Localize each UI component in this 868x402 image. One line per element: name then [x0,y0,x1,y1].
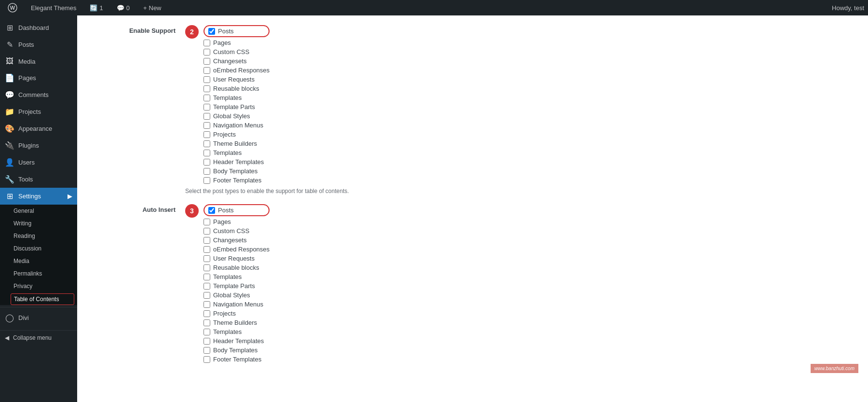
checkbox-userrequests-1-label: User Requests [213,76,255,83]
checkbox-reusable-1[interactable]: Reusable blocks [203,85,270,92]
sidebar-item-comments[interactable]: 💬 Comments [0,86,77,103]
checkbox-bodytemplates-1[interactable]: Body Templates [203,167,270,175]
checkbox-projects-2[interactable]: Projects [203,310,270,317]
checkbox-customcss-1-input[interactable] [203,49,210,55]
checkbox-templateparts-2[interactable]: Template Parts [203,282,270,290]
checkbox-userrequests-1[interactable]: User Requests [203,76,270,83]
checkbox-templateparts-1[interactable]: Template Parts [203,103,270,111]
checkbox-reusable-2-input[interactable] [203,264,210,271]
checkbox-pages-1-input[interactable] [203,40,210,46]
checkbox-reusable-1-input[interactable] [203,85,210,92]
checkbox-navmenus-2[interactable]: Navigation Menus [203,301,270,308]
checkbox-projects-1[interactable]: Projects [203,131,270,138]
checkbox-templates1a-1[interactable]: Templates [203,94,270,101]
checkbox-oembed-2[interactable]: oEmbed Responses [203,246,270,253]
checkbox-footertemplates-1[interactable]: Footer Templates [203,177,270,184]
checkbox-userrequests-1-input[interactable] [203,76,210,83]
checkbox-changesets-1[interactable]: Changesets [203,57,270,65]
checkbox-pages-2-input[interactable] [203,219,210,225]
checkbox-changesets-1-input[interactable] [203,58,210,65]
checkbox-userrequests-2[interactable]: User Requests [203,255,270,262]
sidebar-item-divi[interactable]: ◯ Divi [0,309,77,326]
checkbox-headertemplates-1-input[interactable] [203,159,210,166]
checkbox-themebuilders-2-input[interactable] [203,319,210,326]
checkbox-navmenus-1-input[interactable] [203,122,210,129]
submenu-general[interactable]: General [0,205,77,217]
checkbox-bodytemplates-1-input[interactable] [203,168,210,175]
checkbox-templates2a-2-input[interactable] [203,274,210,280]
checkbox-reusable-2[interactable]: Reusable blocks [203,264,270,271]
new-content[interactable]: + New [139,0,165,15]
sidebar-item-plugins[interactable]: 🔌 Plugins [0,137,77,154]
checkbox-posts-2-input[interactable] [208,207,215,214]
sidebar-item-settings[interactable]: ⊞ Settings ▶ [0,188,77,205]
sidebar-item-tools[interactable]: 🔧 Tools [0,171,77,188]
checkbox-navmenus-1[interactable]: Navigation Menus [203,122,270,129]
checkbox-headertemplates-1[interactable]: Header Templates [203,158,270,166]
checkbox-footertemplates-2[interactable]: Footer Templates [203,356,270,363]
checkbox-themebuilders-1[interactable]: Theme Builders [203,140,270,147]
checkbox-templates1b-1-input[interactable] [203,150,210,156]
checkbox-projects-2-label: Projects [213,310,236,317]
checkbox-customcss-2-input[interactable] [203,228,210,235]
checkbox-templates2b-2[interactable]: Templates [203,328,270,335]
checkbox-footertemplates-2-input[interactable] [203,356,210,363]
checkbox-globalstyles-1-label: Global Styles [213,112,250,120]
checkbox-posts-1-input[interactable] [208,28,215,35]
checkbox-globalstyles-1[interactable]: Global Styles [203,112,270,120]
checkbox-bodytemplates-2-input[interactable] [203,347,210,354]
submenu-reading[interactable]: Reading [0,230,77,242]
collapse-menu[interactable]: ◀ Collapse menu [0,330,77,345]
sidebar-item-media[interactable]: 🖼 Media [0,53,77,69]
checkbox-headertemplates-2-input[interactable] [203,338,210,345]
site-name[interactable]: Elegant Themes [27,0,80,15]
checkbox-customcss-2[interactable]: Custom CSS [203,227,270,235]
checkbox-templates2b-2-input[interactable] [203,329,210,335]
checkbox-globalstyles-2[interactable]: Global Styles [203,291,270,299]
submenu-privacy[interactable]: Privacy [0,280,77,292]
checkbox-projects-2-input[interactable] [203,310,210,317]
checkbox-templateparts-1-input[interactable] [203,104,210,111]
checkbox-pages-1[interactable]: Pages [203,39,270,46]
checkbox-headertemplates-2[interactable]: Header Templates [203,337,270,345]
checkbox-themebuilders-1-input[interactable] [203,140,210,147]
checkbox-userrequests-2-input[interactable] [203,255,210,262]
checkbox-oembed-1[interactable]: oEmbed Responses [203,67,270,74]
checkbox-pages-2-label: Pages [213,218,231,225]
checkbox-templateparts-2-input[interactable] [203,283,210,290]
checkbox-customcss-1[interactable]: Custom CSS [203,48,270,55]
checkbox-navmenus-2-input[interactable] [203,301,210,308]
help-text-1: Select the post types to enable the supp… [185,188,856,194]
sidebar-item-pages[interactable]: 📄 Pages [0,69,77,86]
checkbox-templates1b-1[interactable]: Templates [203,149,270,156]
sidebar-item-dashboard[interactable]: ⊞ Dashboard [0,19,77,36]
checkbox-themebuilders-2[interactable]: Theme Builders [203,319,270,326]
sidebar-item-appearance[interactable]: 🎨 Appearance [0,120,77,137]
checkbox-oembed-1-input[interactable] [203,67,210,74]
sidebar-item-users[interactable]: 👤 Users [0,154,77,171]
checkbox-bodytemplates-2[interactable]: Body Templates [203,347,270,354]
checkbox-oembed-2-input[interactable] [203,246,210,253]
checkbox-footertemplates-1-input[interactable] [203,177,210,184]
sidebar-item-posts[interactable]: ✎ Posts [0,36,77,53]
checkbox-changesets-2[interactable]: Changesets [203,236,270,244]
checkbox-footertemplates-1-label: Footer Templates [213,177,261,184]
submenu-writing[interactable]: Writing [0,217,77,230]
submenu-permalinks[interactable]: Permalinks [0,267,77,280]
wp-logo[interactable]: W [4,0,21,15]
checkbox-templates1a-1-input[interactable] [203,95,210,101]
checkbox-posts-2[interactable]: Posts [203,204,270,216]
checkbox-posts-1[interactable]: Posts [203,25,270,37]
checkbox-projects-1-input[interactable] [203,131,210,138]
submenu-media[interactable]: Media [0,255,77,267]
submenu-discussion[interactable]: Discussion [0,242,77,255]
comments-counter[interactable]: 💬 0 [113,0,134,15]
checkbox-globalstyles-1-input[interactable] [203,113,210,120]
checkbox-pages-2[interactable]: Pages [203,218,270,225]
submenu-toc[interactable]: Table of Contents [11,293,74,305]
checkbox-templates2a-2[interactable]: Templates [203,273,270,280]
update-counter[interactable]: 🔄 1 [86,0,107,15]
sidebar-item-projects[interactable]: 📁 Projects [0,103,77,120]
checkbox-globalstyles-2-input[interactable] [203,292,210,299]
checkbox-changesets-2-input[interactable] [203,237,210,244]
